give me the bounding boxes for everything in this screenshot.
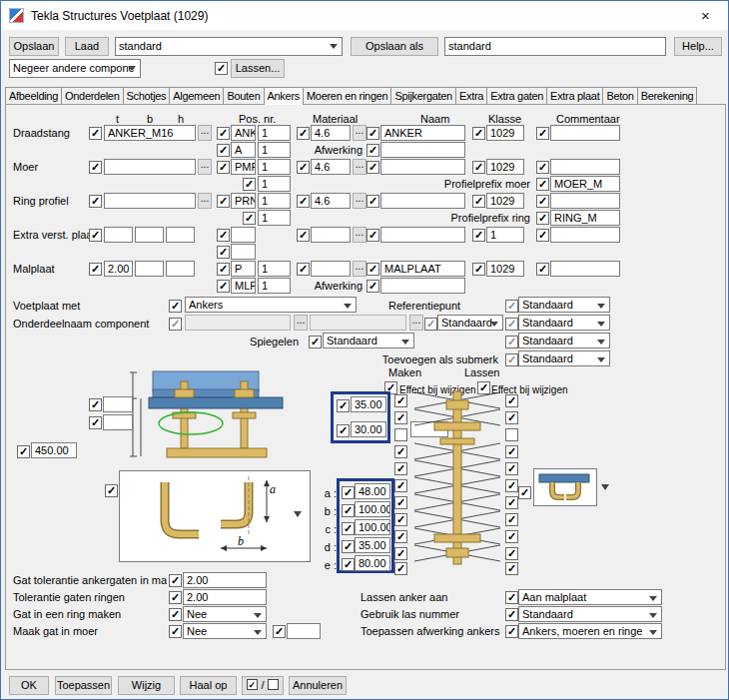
tab-beton[interactable]: Beton (602, 87, 637, 105)
verstijver-commentaar-input[interactable] (550, 227, 620, 243)
onderdeelnaam-rechts-dropdown[interactable]: Standaard (518, 315, 610, 331)
draadstang-klasse-checkbox[interactable] (472, 127, 485, 140)
ankervorm-selector[interactable]: a b (119, 470, 311, 562)
moer-materiaal-checkbox[interactable] (297, 161, 310, 174)
negeer-andere-componenten-dropdown[interactable]: Negeer andere compone (9, 59, 141, 78)
gat-in-ring-maken-dropdown[interactable]: Nee (183, 606, 267, 622)
maat-30-checkbox[interactable] (337, 424, 350, 437)
profielprefix-ring-checkbox[interactable] (536, 212, 549, 225)
lassen-row-checkbox[interactable] (505, 513, 518, 526)
referentiepunt-dropdown[interactable]: Standaard (518, 297, 610, 313)
ring-pos-nr-input[interactable]: 1 (258, 193, 291, 209)
ring-commentaar-checkbox[interactable] (536, 195, 549, 208)
verstijver-klasse-input[interactable]: 1 (486, 227, 524, 243)
maken-row-checkbox[interactable] (394, 445, 407, 458)
draadstang-materiaal-input[interactable]: 4.6 (311, 125, 351, 141)
lassen-row-checkbox[interactable] (505, 496, 518, 509)
draadstang-materiaal-checkbox[interactable] (297, 127, 310, 140)
spiegelen-rechts-checkbox[interactable] (505, 336, 518, 349)
draadstang-klasse-input[interactable]: 1029 (486, 125, 524, 141)
ring-commentaar-input[interactable] (550, 193, 620, 209)
maat-450-input[interactable]: 450.00 (31, 442, 77, 458)
maak-gat-in-moer-checkbox[interactable] (169, 625, 182, 638)
browse-button[interactable]: ... (353, 261, 366, 277)
var-b-checkbox[interactable] (342, 504, 355, 517)
ring-klasse-input[interactable]: 1029 (486, 193, 524, 209)
maat-30-input[interactable]: 30.00 (351, 421, 386, 437)
maken-row-checkbox[interactable] (394, 428, 407, 441)
malplaat-b-input[interactable] (135, 261, 164, 277)
tab-moeren-en-ringen[interactable]: Moeren en ringen (303, 87, 391, 105)
moer-profiel-input[interactable] (104, 159, 196, 175)
malplaat-klasse-input[interactable]: 1029 (486, 261, 524, 277)
ring-checkbox[interactable] (89, 195, 102, 208)
verstijver-t-input[interactable] (104, 227, 133, 243)
opslaan-als-button[interactable]: Opslaan als (351, 37, 438, 56)
malplaat-commentaar-checkbox[interactable] (536, 263, 549, 276)
malplaat-klasse-checkbox[interactable] (472, 263, 485, 276)
maken-row-checkbox[interactable] (394, 479, 407, 492)
lassen-row-checkbox[interactable] (505, 562, 518, 575)
maat-onder-links-checkbox[interactable] (89, 416, 102, 429)
maat-450-checkbox[interactable] (17, 445, 30, 458)
draadstang-sub-checkbox[interactable] (217, 144, 230, 157)
browse-button[interactable]: ... (353, 193, 366, 209)
spiegelen-checkbox[interactable] (309, 336, 322, 349)
verstijver-naam-input[interactable] (380, 227, 465, 243)
lassen-row-checkbox[interactable] (505, 462, 518, 475)
lassen-row-checkbox[interactable] (505, 479, 518, 492)
verstijver-pos-input[interactable] (231, 227, 256, 243)
gebruik-las-nummer-dropdown[interactable]: Standaard (518, 606, 662, 622)
verstijver-h-input[interactable] (166, 227, 195, 243)
maat-onder-links-input[interactable] (103, 414, 133, 430)
voetplaat-met-dropdown[interactable]: Ankers (185, 297, 357, 313)
moer-klasse-input[interactable]: 1029 (486, 159, 524, 175)
lassen-row-checkbox[interactable] (505, 428, 518, 441)
ring-materiaal-checkbox[interactable] (297, 195, 310, 208)
toepassen-button[interactable]: Toepassen (55, 676, 112, 695)
var-a-checkbox[interactable] (342, 486, 355, 499)
moer-pos-prefix-input[interactable]: PMR (231, 159, 256, 175)
maat-boven-links-checkbox[interactable] (89, 398, 102, 411)
ringtype-checkbox[interactable] (518, 486, 531, 499)
verstijver-pos-checkbox[interactable] (217, 229, 230, 242)
wijzig-button[interactable]: Wijzig (118, 676, 175, 695)
var-d-checkbox[interactable] (342, 540, 355, 553)
ring-naam-input[interactable] (380, 193, 465, 209)
annuleren-button[interactable]: Annuleren (289, 676, 347, 695)
malplaat-pos-prefix-input[interactable]: P (231, 261, 256, 277)
gebruik-las-nummer-checkbox[interactable] (505, 608, 518, 621)
ok-button[interactable]: OK (9, 676, 49, 695)
malplaat-sub-prefix-input[interactable]: MLP (231, 278, 256, 294)
close-button[interactable]: × (683, 1, 728, 30)
tab-berekening[interactable]: Berekening (637, 87, 698, 105)
malplaat-materiaal-input[interactable] (311, 261, 351, 277)
profielprefix-ring-input[interactable]: RING_M (550, 210, 620, 226)
maken-row-checkbox[interactable] (394, 547, 407, 560)
onderdeelnaam-mid-dropdown[interactable]: Standaard (437, 315, 503, 331)
verstijver-naam-checkbox[interactable] (366, 229, 379, 242)
toepassen-afwerking-ankers-checkbox[interactable] (505, 625, 518, 638)
gat-in-ring-maken-checkbox[interactable] (169, 608, 182, 621)
draadstang-profiel-input[interactable]: ANKER_M16 (104, 125, 196, 141)
lassen-anker-aan-dropdown[interactable]: Aan malplaat (518, 589, 662, 605)
browse-button[interactable]: ... (294, 315, 308, 331)
lassen-row-checkbox[interactable] (505, 394, 518, 407)
maak-gat-in-moer-dropdown[interactable]: Nee (183, 623, 267, 639)
lassen-row-checkbox[interactable] (505, 547, 518, 560)
draadstang-pos-checkbox[interactable] (217, 127, 230, 140)
moer-sub-checkbox[interactable] (243, 178, 256, 191)
verstijver-klasse-checkbox[interactable] (472, 229, 485, 242)
ringtype-selector[interactable] (533, 468, 597, 506)
onderdeelnaam-rechts-checkbox[interactable] (505, 318, 518, 331)
ring-sub-checkbox[interactable] (243, 212, 256, 225)
referentiepunt-checkbox[interactable] (505, 300, 518, 313)
malplaat-naam-input[interactable]: MALPLAAT (380, 261, 465, 277)
onderdeelnaam-input-2[interactable] (310, 315, 406, 331)
var-d-input[interactable]: 35.00 (355, 537, 390, 553)
malplaat-checkbox[interactable] (89, 263, 102, 276)
moer-pos-checkbox[interactable] (217, 161, 230, 174)
opslaan-button[interactable]: Opslaan (9, 37, 59, 56)
tab-spijkergaten[interactable]: Spijkergaten (390, 87, 456, 105)
lassen-anker-aan-checkbox[interactable] (505, 591, 518, 604)
